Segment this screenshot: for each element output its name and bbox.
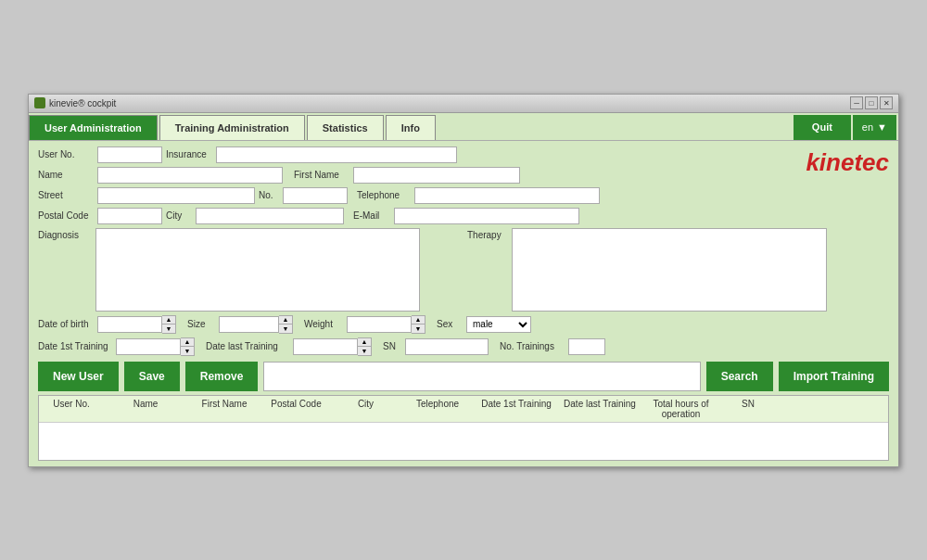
date1-up-button[interactable]: ▲	[181, 338, 194, 347]
tab-info[interactable]: Info	[386, 115, 436, 140]
action-row: New User Save Remove Search Import Train…	[38, 362, 889, 391]
insurance-input[interactable]	[216, 146, 457, 163]
dob-up-button[interactable]: ▲	[162, 316, 175, 325]
sex-select[interactable]: male female	[466, 316, 531, 333]
date2-down-button[interactable]: ▼	[358, 347, 371, 355]
dob-row: Date of birth 01.01.2000 ▲ ▼ Size 171 cm…	[38, 315, 889, 334]
size-up-button[interactable]: ▲	[279, 316, 292, 325]
street-row: Street No. 1 Telephone	[38, 187, 889, 204]
dob-spinner-buttons: ▲ ▼	[162, 315, 176, 334]
no-trainings-input[interactable]: 0	[568, 338, 605, 355]
date1-spinner-buttons: ▲ ▼	[181, 337, 195, 356]
title-bar: kinevie® cockpit ─ □ ✕	[29, 95, 898, 113]
email-input[interactable]	[394, 208, 579, 224]
postal-code-label: Postal Code	[38, 210, 94, 221]
diagnosis-textarea[interactable]	[95, 228, 420, 312]
dob-spinner: 01.01.2000 ▲ ▼	[97, 315, 176, 334]
name-row: Name First Name	[38, 167, 889, 184]
title-bar-controls: ─ □ ✕	[850, 96, 893, 109]
nav-spacer	[438, 113, 794, 140]
close-button[interactable]: ✕	[880, 96, 893, 109]
size-spinner: 171 cm ▲ ▼	[219, 315, 293, 334]
size-label: Size	[187, 319, 215, 329]
search-button[interactable]: Search	[706, 362, 773, 391]
quit-button[interactable]: Quit	[794, 115, 851, 140]
col-header-city: City	[331, 399, 400, 419]
weight-spinner: 66,00 kg ▲ ▼	[347, 315, 425, 334]
diagnosis-therapy-area: Diagnosis Therapy	[38, 228, 889, 312]
weight-down-button[interactable]: ▼	[412, 325, 425, 333]
table-header: User No. Name First Name Postal Code Cit…	[39, 396, 888, 423]
size-down-button[interactable]: ▼	[279, 325, 292, 333]
tab-training-administration[interactable]: Training Administration	[159, 115, 305, 140]
dob-label: Date of birth	[38, 319, 94, 329]
user-table: User No. Name First Name Postal Code Cit…	[38, 395, 889, 461]
email-label: E-Mail	[353, 210, 390, 221]
tab-statistics[interactable]: Statistics	[307, 115, 384, 140]
diagnosis-label: Diagnosis	[38, 228, 92, 312]
col-header-sn: SN	[720, 399, 776, 419]
col-header-date2: Date last Training	[558, 399, 641, 419]
first-name-input[interactable]	[353, 167, 520, 184]
name-label: Name	[38, 170, 94, 180]
sn-input[interactable]	[405, 338, 489, 355]
no-input[interactable]: 1	[283, 187, 348, 204]
maximize-button[interactable]: □	[865, 96, 878, 109]
col-header-date1: Date 1st Training	[475, 399, 558, 419]
no-trainings-label: No. Trainings	[500, 341, 565, 351]
user-no-row: User No. Insurance	[38, 146, 889, 163]
telephone-input[interactable]	[414, 187, 600, 204]
sn-label: SN	[383, 341, 401, 351]
size-spinner-buttons: ▲ ▼	[279, 315, 293, 334]
remove-button[interactable]: Remove	[185, 362, 259, 391]
date1-spinner: 01.01.2000 ▲ ▼	[116, 337, 195, 356]
date1-down-button[interactable]: ▼	[181, 347, 194, 355]
weight-up-button[interactable]: ▲	[412, 316, 425, 325]
chevron-down-icon: ▼	[877, 121, 887, 133]
tab-user-administration[interactable]: User Administration	[29, 115, 158, 140]
col-header-totalhours: Total hours of operation	[641, 399, 720, 419]
city-label: City	[166, 210, 192, 221]
weight-input[interactable]: 66,00 kg	[347, 316, 412, 333]
main-window: kinevie® cockpit ─ □ ✕ User Administrati…	[28, 94, 899, 467]
app-icon	[34, 97, 45, 108]
diagnosis-section: Diagnosis	[38, 228, 460, 312]
minimize-button[interactable]: ─	[850, 96, 863, 109]
training-dates-row: Date 1st Training 01.01.2000 ▲ ▼ Date la…	[38, 337, 889, 356]
date-last-training-input[interactable]: 01.01.2000	[293, 338, 358, 355]
language-selector[interactable]: en ▼	[853, 115, 896, 140]
weight-spinner-buttons: ▲ ▼	[412, 315, 425, 334]
name-input[interactable]	[97, 167, 283, 184]
table-body	[39, 423, 888, 460]
search-field[interactable]	[263, 362, 700, 391]
dob-down-button[interactable]: ▼	[162, 325, 175, 333]
dob-input[interactable]: 01.01.2000	[97, 316, 162, 333]
date2-spinner-buttons: ▲ ▼	[358, 337, 372, 356]
insurance-label: Insurance	[166, 149, 212, 159]
kinetec-logo: kinetec	[806, 148, 889, 177]
main-content: kinetec User No. Insurance Name First Na…	[29, 141, 898, 466]
import-training-button[interactable]: Import Training	[779, 362, 889, 391]
user-no-label: User No.	[38, 149, 94, 159]
save-button[interactable]: Save	[124, 362, 180, 391]
new-user-button[interactable]: New User	[38, 362, 119, 391]
date-1st-training-label: Date 1st Training	[38, 341, 112, 351]
date-1st-training-input[interactable]: 01.01.2000	[116, 338, 181, 355]
no-label: No.	[259, 190, 279, 200]
size-input[interactable]: 171 cm	[219, 316, 279, 333]
date2-spinner: 01.01.2000 ▲ ▼	[293, 337, 372, 356]
therapy-textarea[interactable]	[512, 228, 827, 312]
postal-code-input[interactable]	[97, 208, 162, 224]
street-input[interactable]	[97, 187, 255, 204]
col-header-postal: Postal Code	[261, 399, 331, 419]
sex-label: Sex	[437, 319, 463, 329]
col-header-name: Name	[104, 399, 187, 419]
telephone-label: Telephone	[357, 190, 411, 200]
date-last-training-label: Date last Training	[206, 341, 289, 351]
therapy-label: Therapy	[467, 228, 508, 312]
street-label: Street	[38, 190, 94, 200]
user-no-input[interactable]	[97, 146, 162, 163]
date2-up-button[interactable]: ▲	[358, 338, 371, 347]
city-input[interactable]	[196, 208, 344, 224]
first-name-label: First Name	[294, 170, 349, 180]
